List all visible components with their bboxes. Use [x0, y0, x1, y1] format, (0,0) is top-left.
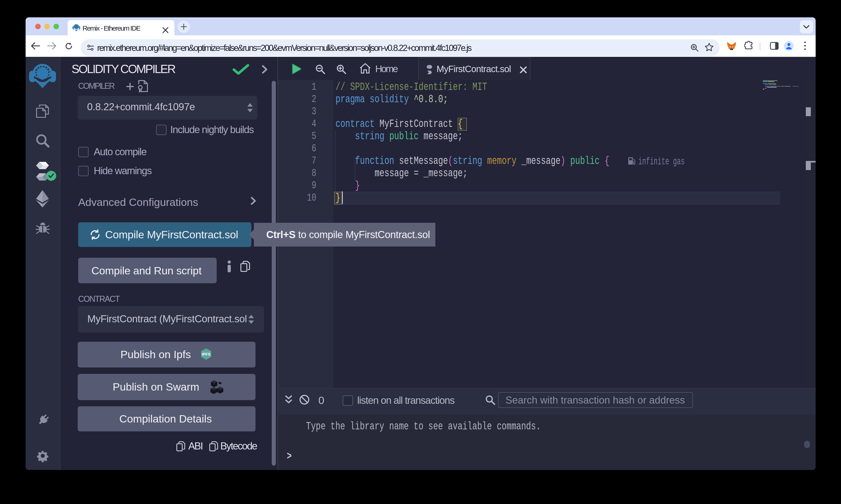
svg-text:IPFS: IPFS [202, 352, 210, 357]
